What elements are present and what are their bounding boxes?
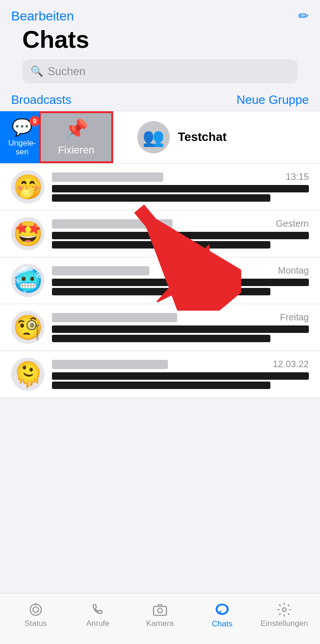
group-avatar-icon: 👥 — [142, 127, 164, 147]
status-icon — [28, 602, 43, 617]
chat-item[interactable]: 🫠 12.03.22 — [0, 351, 320, 398]
tab-bar: Status Anrufe Kamera Chats Einstellungen — [0, 593, 320, 644]
chat-message-bar2 — [52, 241, 270, 249]
tab-label-anrufe: Anrufe — [86, 619, 109, 628]
chat-content: 13:15 — [52, 172, 309, 202]
tab-item-status[interactable]: Status — [5, 602, 67, 628]
header: Bearbeiten ✏ Chats 🔍 Suchen — [0, 0, 320, 83]
tab-item-anrufe[interactable]: Anrufe — [67, 602, 129, 628]
chat-name-bar — [52, 313, 177, 322]
search-bar[interactable]: 🔍 Suchen — [22, 59, 298, 83]
pin-icon: 📌 — [64, 118, 88, 140]
chat-time: Freitag — [280, 312, 309, 323]
fixieren-label: Fixieren — [58, 144, 94, 156]
testchat-name: Testchat — [178, 130, 227, 144]
ungelesen-button[interactable]: 9 💬 Ungele-sen — [0, 111, 45, 163]
chat-name-row: Gestern — [52, 218, 309, 229]
chat-message-bar — [52, 372, 309, 380]
chat-item[interactable]: 🤭 13:15 — [0, 164, 320, 210]
chat-message-bar2 — [52, 288, 270, 295]
svg-point-4 — [35, 603, 37, 605]
chat-content: 12.03.22 — [52, 359, 309, 389]
chat-item[interactable]: 🧐 Freitag — [0, 304, 320, 351]
chat-list: 🤭 13:15 🤩 Gestern 🥶 Montag — [0, 164, 320, 398]
ungelesen-badge: 9 — [30, 116, 40, 126]
testchat-avatar: 👥 — [137, 121, 170, 153]
chat-avatar: 🤭 — [11, 170, 45, 204]
tab-item-kamera[interactable]: Kamera — [129, 602, 191, 628]
svg-point-9 — [282, 608, 286, 612]
chat-name-bar — [52, 219, 173, 229]
chat-time: Montag — [278, 265, 309, 276]
tab-label-kamera: Kamera — [146, 619, 174, 628]
chat-content: Montag — [52, 265, 309, 295]
compose-icon[interactable]: ✏ — [298, 8, 309, 24]
section-header: Broadcasts Neue Gruppe — [0, 93, 320, 107]
calls-icon — [90, 602, 105, 617]
pinned-row: 9 💬 Ungele-sen 📌 Fixieren 👥 Testchat — [0, 111, 320, 163]
chat-message-bar — [52, 279, 309, 286]
chat-time: 13:15 — [286, 172, 309, 182]
chat-message-bar — [52, 185, 309, 192]
chat-name-bar — [52, 266, 149, 275]
chat-item[interactable]: 🤩 Gestern — [0, 210, 320, 257]
chat-message-bar2 — [52, 194, 270, 202]
chat-message-bar2 — [52, 335, 270, 342]
tab-label-chats: Chats — [212, 619, 232, 629]
tab-label-einstellungen: Einstellungen — [261, 619, 308, 628]
chat-message-bar — [52, 232, 309, 239]
chat-time: Gestern — [276, 218, 309, 229]
svg-point-3 — [33, 607, 38, 612]
settings-icon — [277, 602, 292, 617]
page-title: Chats — [22, 26, 298, 53]
ungelesen-label: Ungele-sen — [8, 139, 36, 156]
header-inner: Chats 🔍 Suchen — [11, 26, 309, 83]
chat-name-row: 12.03.22 — [52, 359, 309, 370]
chat-message-bar — [52, 325, 309, 333]
chat-name-bar — [52, 172, 163, 182]
svg-point-6 — [158, 608, 162, 613]
fixieren-button[interactable]: 📌 Fixieren — [39, 111, 113, 163]
camera-icon — [153, 602, 167, 617]
tab-label-status: Status — [25, 619, 47, 628]
search-placeholder: Suchen — [48, 65, 85, 78]
chat-name-row: Montag — [52, 265, 309, 276]
chat-avatar: 🥶 — [11, 264, 45, 297]
chat-time: 12.03.22 — [273, 359, 309, 370]
chat-item[interactable]: 🥶 Montag — [0, 257, 320, 304]
search-icon: 🔍 — [31, 65, 43, 77]
chat-message-bar2 — [52, 382, 270, 389]
tab-item-einstellungen[interactable]: Einstellungen — [253, 602, 315, 628]
chat-name-bar — [52, 360, 168, 369]
chat-avatar: 🫠 — [11, 357, 45, 391]
chat-avatar: 🤩 — [11, 217, 45, 250]
broadcasts-link[interactable]: Broadcasts — [11, 93, 71, 107]
neue-gruppe-link[interactable]: Neue Gruppe — [237, 93, 309, 107]
svg-rect-5 — [154, 606, 166, 615]
chat-name-row: 13:15 — [52, 172, 309, 182]
tab-item-chats[interactable]: Chats — [191, 602, 253, 629]
chat-name-row: Freitag — [52, 312, 309, 323]
header-top: Bearbeiten ✏ — [11, 8, 309, 24]
chat-content: Gestern — [52, 218, 309, 249]
chats-icon — [214, 602, 230, 618]
chat-content: Freitag — [52, 312, 309, 342]
svg-point-8 — [218, 605, 227, 613]
svg-point-2 — [30, 604, 41, 615]
chat-avatar: 🧐 — [11, 311, 45, 344]
bearbeiten-button[interactable]: Bearbeiten — [11, 9, 74, 24]
